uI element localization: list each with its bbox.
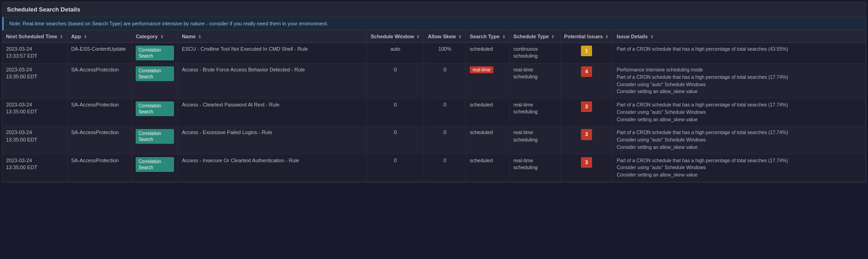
panel-title: Scheduled Search Details	[2, 2, 866, 17]
sort-icon-scheduletype: ⇕	[551, 35, 555, 39]
cell-app: SA-AccessProtection	[67, 126, 132, 154]
cell-allow-skew: 0	[424, 126, 466, 154]
category-badge: Correlation Search	[136, 157, 174, 172]
col-label-next-scheduled-time: Next Scheduled Time	[6, 34, 57, 39]
cell-allow-skew: 0	[424, 64, 466, 99]
issue-detail-line: Part of a CRON schedule that has a high …	[617, 158, 788, 163]
col-header-next-scheduled-time[interactable]: Next Scheduled Time ⇕	[2, 30, 67, 43]
issue-detail-line: Consider setting an allow_skew value	[617, 117, 697, 122]
issue-detail-line: Consider setting an allow_skew value	[617, 144, 697, 150]
issue-detail-line: Part of a CRON schedule that has a high …	[617, 74, 788, 80]
cell-potential-issues: 3	[560, 126, 613, 154]
table-row: 2023-03-24 13:35:00 EDTSA-AccessProtecti…	[2, 154, 866, 182]
cell-schedule-window: 0	[367, 99, 424, 126]
cell-next-scheduled-time: 2023-03-24 13:35:00 EDT	[2, 64, 67, 99]
issue-detail-line: Part of a CRON schedule that has a high …	[617, 130, 788, 135]
issue-detail-line: Consider setting an allow_skew value	[617, 172, 697, 177]
cell-schedule-window: 0	[367, 154, 424, 182]
cell-name: Access - Excessive Failed Logins - Rule	[178, 126, 367, 154]
scheduled-searches-table: Next Scheduled Time ⇕ App ⇕ Category ⇕ N…	[2, 30, 866, 182]
col-label-schedule-type: Schedule Type	[514, 34, 549, 39]
category-badge: Correlation Search	[136, 129, 174, 144]
sort-icon-category: ⇕	[160, 35, 164, 39]
cell-category: Correlation Search	[132, 99, 178, 126]
issue-detail-line: Consider using "auto" Schedule Windows	[617, 165, 706, 170]
cell-category: Correlation Search	[132, 154, 178, 182]
col-label-issue-details: Issue Details	[617, 34, 647, 39]
issue-detail-line: Part of a CRON schedule that has a high …	[617, 102, 788, 107]
cell-potential-issues: 1	[560, 43, 613, 64]
cell-app: SA-AccessProtection	[67, 99, 132, 126]
cell-name: ESCU - Cmdline Tool Not Executed In CMD …	[178, 43, 367, 64]
issue-detail-line: Consider using "auto" Schedule Windows	[617, 82, 706, 87]
sort-icon-app: ⇕	[84, 35, 87, 39]
search-type-badge-realtime: real-time	[470, 66, 493, 73]
cell-category: Correlation Search	[132, 126, 178, 154]
cell-search-type: real-time	[466, 64, 509, 99]
col-header-allow-skew[interactable]: Allow Skew ⇕	[424, 30, 466, 43]
cell-next-scheduled-time: 2023-03-24 13:33:57 EDT	[2, 43, 67, 64]
header-row: Next Scheduled Time ⇕ App ⇕ Category ⇕ N…	[2, 30, 866, 43]
sort-icon-potential: ⇕	[605, 35, 609, 39]
issue-detail-line: Performance intensive scheduling mode	[617, 67, 703, 72]
notice-bar: Note: Real-time searches (based on Searc…	[2, 17, 866, 30]
cell-allow-skew: 100%	[424, 43, 466, 64]
cell-issue-details: Part of a CRON schedule that has a high …	[613, 43, 866, 64]
table-row: 2023-03-24 13:35:00 EDTSA-AccessProtecti…	[2, 64, 866, 99]
col-header-potential-issues[interactable]: Potential Issues ⇕	[560, 30, 613, 43]
cell-app: SA-AccessProtection	[67, 154, 132, 182]
col-header-schedule-type[interactable]: Schedule Type ⇕	[509, 30, 560, 43]
cell-app: SA-AccessProtection	[67, 64, 132, 99]
cell-schedule-type: real-time scheduling	[509, 154, 560, 182]
cell-allow-skew: 0	[424, 99, 466, 126]
col-label-allow-skew: Allow Skew	[428, 34, 456, 39]
cell-potential-issues: 3	[560, 99, 613, 126]
cell-schedule-type: real-time scheduling	[509, 99, 560, 126]
cell-issue-details: Part of a CRON schedule that has a high …	[613, 126, 866, 154]
potential-issues-badge: 3	[581, 101, 592, 112]
issue-detail-line: Part of a CRON schedule that has a high …	[617, 46, 788, 52]
col-header-app[interactable]: App ⇕	[67, 30, 132, 43]
cell-name: Access - Insecure Or Cleartext Authentic…	[178, 154, 367, 182]
col-header-name[interactable]: Name ⇕	[178, 30, 367, 43]
cell-next-scheduled-time: 2023-03-24 13:35:00 EDT	[2, 154, 67, 182]
cell-name: Access - Brute Force Access Behavior Det…	[178, 64, 367, 99]
issue-detail-line: Consider using "auto" Schedule Windows	[617, 137, 706, 142]
cell-allow-skew: 0	[424, 154, 466, 182]
cell-issue-details: Performance intensive scheduling modePar…	[613, 64, 866, 99]
col-label-schedule-window: Schedule Window	[371, 34, 414, 39]
table-row: 2023-03-24 13:35:00 EDTSA-AccessProtecti…	[2, 99, 866, 126]
sort-icon-issuedetails: ⇕	[650, 35, 654, 39]
col-label-search-type: Search Type	[470, 34, 500, 39]
col-header-category[interactable]: Category ⇕	[132, 30, 178, 43]
scheduled-search-details-panel: Scheduled Search Details Note: Real-time…	[2, 2, 866, 182]
cell-schedule-type: continuous scheduling	[509, 43, 560, 64]
cell-schedule-window: 0	[367, 126, 424, 154]
sort-icon-window: ⇕	[416, 35, 420, 39]
cell-category: Correlation Search	[132, 64, 178, 99]
col-label-app: App	[71, 34, 81, 39]
col-label-name: Name	[182, 34, 196, 39]
table-body: 2023-03-24 13:33:57 EDTDA-ESS-ContentUpd…	[2, 43, 866, 182]
col-header-search-type[interactable]: Search Type ⇕	[466, 30, 509, 43]
cell-issue-details: Part of a CRON schedule that has a high …	[613, 99, 866, 126]
table-row: 2023-03-24 13:35:00 EDTSA-AccessProtecti…	[2, 126, 866, 154]
cell-search-type: scheduled	[466, 154, 509, 182]
issue-detail-line: Consider using "auto" Schedule Windows	[617, 109, 706, 115]
sort-icon-name: ⇕	[198, 35, 202, 39]
cell-next-scheduled-time: 2023-03-24 13:35:00 EDT	[2, 99, 67, 126]
col-label-category: Category	[136, 34, 158, 39]
cell-search-type: scheduled	[466, 126, 509, 154]
table-header: Next Scheduled Time ⇕ App ⇕ Category ⇕ N…	[2, 30, 866, 43]
col-header-issue-details[interactable]: Issue Details ⇕	[613, 30, 866, 43]
cell-potential-issues: 3	[560, 154, 613, 182]
cell-next-scheduled-time: 2023-03-24 13:35:00 EDT	[2, 126, 67, 154]
cell-schedule-type: real-time scheduling	[509, 126, 560, 154]
cell-schedule-window: auto	[367, 43, 424, 64]
cell-search-type: scheduled	[466, 99, 509, 126]
potential-issues-badge: 1	[581, 46, 592, 56]
col-header-schedule-window[interactable]: Schedule Window ⇕	[367, 30, 424, 43]
cell-app: DA-ESS-ContentUpdate	[67, 43, 132, 64]
cell-schedule-type: real-time scheduling	[509, 64, 560, 99]
col-label-potential-issues: Potential Issues	[564, 34, 603, 39]
